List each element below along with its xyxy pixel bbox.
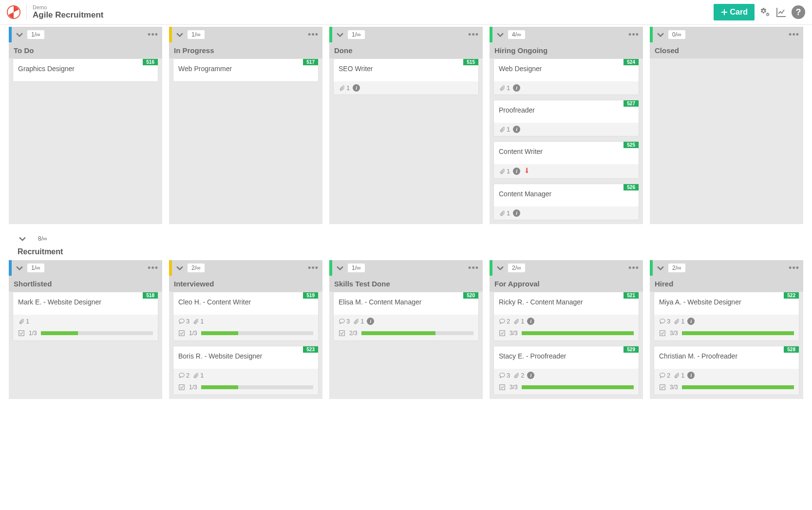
kanban-card[interactable]: 522Miya A. - Website Designer 3 1i3/3: [654, 292, 799, 341]
svg-rect-3: [179, 331, 185, 336]
column-menu[interactable]: •••: [308, 265, 319, 270]
attachment-count: 1: [192, 372, 204, 379]
column-collapse[interactable]: [175, 263, 185, 273]
card-id-badge: 518: [143, 292, 158, 299]
analytics-button[interactable]: [775, 6, 788, 19]
progress-text: 1/3: [189, 330, 197, 337]
progress-bar: [682, 331, 794, 335]
progress-text: 3/3: [510, 384, 518, 391]
card-progress: 3/3: [654, 328, 799, 340]
card-progress: 1/3: [173, 328, 318, 340]
column-wip: 1/∞: [188, 30, 205, 39]
column-menu[interactable]: •••: [628, 265, 639, 270]
column-menu[interactable]: •••: [148, 265, 158, 270]
column-stripe: [169, 27, 172, 42]
column-collapse[interactable]: [495, 30, 505, 39]
column-collapse[interactable]: [656, 263, 665, 273]
column-wip: 2/∞: [508, 264, 525, 272]
column-menu[interactable]: •••: [468, 265, 479, 270]
card-id-badge: 529: [623, 346, 639, 353]
card-meta: 3 1: [173, 315, 318, 328]
kanban-card[interactable]: 521Ricky R. - Content Manager 2 1i3/3: [493, 292, 639, 341]
attachment-count: 1: [673, 372, 684, 379]
column-menu[interactable]: •••: [468, 32, 479, 37]
column-menu[interactable]: •••: [308, 32, 319, 37]
card-title: Web Programmer: [173, 59, 318, 81]
column-wip: 2/∞: [668, 264, 685, 272]
kanban-column: 1/∞•••To Do516Graphics Designer: [9, 27, 162, 224]
gears-icon: [759, 6, 771, 18]
info-icon[interactable]: i: [353, 84, 360, 92]
attachment-count: 1: [18, 318, 29, 325]
column-menu[interactable]: •••: [789, 265, 799, 270]
column-header: 1/∞•••: [169, 27, 322, 42]
card-title: Elisa M. - Content Manager: [334, 292, 478, 315]
board-title: Agile Recruitment: [33, 10, 714, 20]
card-meta: 1i: [494, 164, 639, 178]
column-collapse[interactable]: [656, 30, 665, 39]
kanban-card[interactable]: 529Stacy E. - Proofreader 3 2i3/3: [493, 346, 639, 395]
info-icon[interactable]: i: [513, 126, 520, 133]
attachment-count: 1: [499, 126, 510, 133]
card-id-badge: 524: [623, 59, 639, 65]
kanban-card[interactable]: 523Boris R. - Website Designer 2 11/3: [173, 346, 319, 395]
info-icon[interactable]: i: [367, 318, 374, 325]
column-stripe: [169, 260, 172, 276]
info-icon[interactable]: i: [527, 372, 534, 379]
kanban-board: 1/∞•••To Do516Graphics Designer1/∞•••In …: [0, 25, 812, 408]
column-stripe: [329, 27, 332, 42]
swimlane-title: Recruitment: [9, 246, 803, 260]
attachment-count: 1: [192, 318, 204, 325]
column-menu[interactable]: •••: [148, 32, 158, 37]
kanban-card[interactable]: 516Graphics Designer: [13, 58, 158, 82]
kanban-card[interactable]: 519Cleo H. - Content Writer 3 11/3: [173, 292, 319, 341]
column-menu[interactable]: •••: [628, 32, 639, 37]
progress-bar: [201, 385, 313, 389]
card-title: Proofreader: [494, 100, 639, 123]
card-id-badge: 522: [784, 292, 799, 299]
info-icon[interactable]: i: [513, 168, 520, 175]
card-title: Christian M. - Proofreader: [654, 346, 799, 369]
add-card-button[interactable]: Card: [714, 4, 755, 20]
column-collapse[interactable]: [335, 263, 345, 273]
kanban-card[interactable]: 526Content Manager 1i: [493, 184, 639, 220]
card-meta: 1i: [494, 123, 639, 136]
column-header: 2/∞•••: [490, 260, 643, 276]
column-header: 1/∞•••: [329, 260, 483, 276]
column-menu[interactable]: •••: [789, 32, 799, 37]
kanban-card[interactable]: 527Proofreader 1i: [493, 100, 639, 136]
kanban-card[interactable]: 524Web Designer 1i: [493, 58, 639, 95]
kanban-card[interactable]: 515SEO Writer 1i: [333, 58, 479, 95]
board-row-bottom: 1/∞•••Shortlisted518Mark E. - Website De…: [9, 260, 803, 399]
column-collapse[interactable]: [15, 263, 24, 273]
card-meta: 1i: [494, 207, 639, 220]
kanban-card[interactable]: 518Mark E. - Website Designer 11/3: [13, 292, 158, 341]
swimlane-collapse[interactable]: [18, 234, 27, 244]
column-collapse[interactable]: [175, 30, 185, 39]
kanban-column: 2/∞•••For Approval521Ricky R. - Content …: [490, 260, 643, 399]
info-icon[interactable]: i: [513, 84, 520, 92]
info-icon[interactable]: i: [527, 318, 534, 325]
column-header: 2/∞•••: [169, 260, 322, 276]
column-stripe: [650, 27, 653, 42]
kanban-card[interactable]: 520Elisa M. - Content Manager 3 1i2/3: [333, 292, 479, 341]
column-collapse[interactable]: [335, 30, 345, 39]
info-icon[interactable]: i: [687, 318, 695, 325]
column-wip: 1/∞: [348, 30, 365, 39]
kanban-card[interactable]: 525Content Writer 1i: [493, 141, 639, 179]
card-meta: 2 1i: [494, 315, 639, 328]
progress-bar: [682, 385, 794, 389]
help-button[interactable]: ?: [792, 5, 805, 19]
settings-button[interactable]: [758, 6, 771, 19]
info-icon[interactable]: i: [513, 209, 520, 217]
progress-text: 3/3: [510, 330, 518, 337]
svg-rect-4: [179, 385, 185, 390]
kanban-card[interactable]: 528Christian M. - Proofreader 2 1i3/3: [654, 346, 799, 395]
column-collapse[interactable]: [495, 263, 505, 273]
app-logo[interactable]: [7, 5, 20, 19]
column-collapse[interactable]: [15, 30, 24, 39]
card-title: Miya A. - Website Designer: [654, 292, 799, 315]
info-icon[interactable]: i: [687, 372, 695, 379]
column-wip: 1/∞: [348, 264, 365, 272]
kanban-card[interactable]: 517Web Programmer: [173, 58, 319, 82]
